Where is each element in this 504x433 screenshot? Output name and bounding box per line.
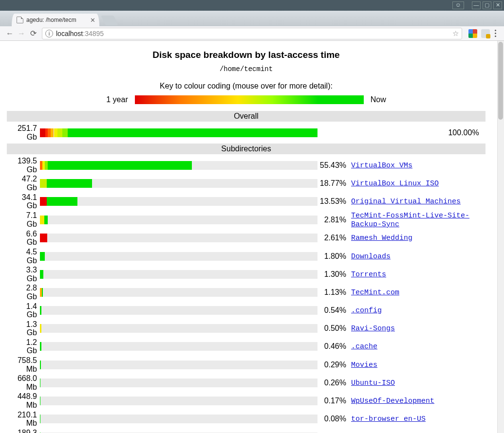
row-percent: 0.50% bbox=[317, 320, 349, 338]
row-size: 3.3Gb bbox=[7, 265, 40, 283]
row-link[interactable]: .config bbox=[351, 307, 382, 315]
row-bar[interactable] bbox=[40, 397, 317, 405]
row-percent: 13.53% bbox=[317, 193, 349, 211]
current-path: /home/tecmint bbox=[7, 65, 485, 73]
row-percent: 0.54% bbox=[317, 302, 349, 320]
row-link[interactable]: Ramesh Wedding bbox=[351, 234, 412, 242]
browser-tab[interactable]: agedu: /home/tecm ✕ bbox=[12, 14, 99, 26]
row-size: 1.4Gb bbox=[7, 302, 40, 320]
row-bar[interactable] bbox=[40, 161, 317, 170]
user-icon[interactable]: ☺ bbox=[452, 1, 464, 9]
row-percent: 18.77% bbox=[317, 174, 349, 192]
table-row: 4.5Gb1.80%Downloads bbox=[7, 247, 485, 265]
color-key-right-label: Now bbox=[371, 95, 386, 104]
row-percent: 55.43% bbox=[317, 156, 349, 174]
row-percent: 0.08% bbox=[317, 410, 349, 428]
page-content: Disk space breakdown by last-access time… bbox=[0, 41, 497, 433]
row-bar[interactable] bbox=[40, 179, 317, 188]
row-percent: 2.81% bbox=[317, 211, 349, 229]
row-bar[interactable] bbox=[40, 270, 317, 279]
row-bar[interactable] bbox=[40, 234, 317, 242]
color-gradient-bar[interactable] bbox=[135, 95, 364, 104]
close-window-button[interactable]: ✕ bbox=[493, 1, 502, 9]
row-size: 139.5Gb bbox=[7, 156, 40, 174]
row-percent: 0.46% bbox=[317, 338, 349, 356]
overall-bar[interactable] bbox=[40, 128, 317, 137]
tab-strip: agedu: /home/tecm ✕ bbox=[0, 11, 504, 26]
row-bar[interactable] bbox=[40, 415, 317, 423]
scrollbar[interactable] bbox=[497, 41, 504, 433]
overall-section-header: Overall bbox=[7, 111, 485, 122]
row-link[interactable]: Torrents bbox=[351, 271, 386, 279]
row-size: 4.5Gb bbox=[7, 247, 40, 265]
scrollbar-thumb[interactable] bbox=[498, 42, 503, 120]
row-size: 34.1Gb bbox=[7, 193, 40, 211]
row-percent: 0.17% bbox=[317, 392, 349, 410]
table-row: 1.3Gb0.50%Ravi-Songs bbox=[7, 320, 485, 338]
row-size: 1.3Gb bbox=[7, 320, 40, 338]
table-row: 139.5Gb55.43%VirtualBox VMs bbox=[7, 156, 485, 174]
color-key-left-label: 1 year bbox=[106, 95, 128, 104]
page-title: Disk space breakdown by last-access time bbox=[7, 50, 485, 60]
bookmark-star-icon[interactable]: ☆ bbox=[452, 29, 459, 38]
extension-icon-puzzle[interactable] bbox=[481, 29, 490, 38]
back-button[interactable]: ← bbox=[4, 28, 16, 39]
new-tab-button[interactable] bbox=[101, 16, 118, 25]
row-size: 47.2Gb bbox=[7, 174, 40, 192]
row-size: 189.3Mb bbox=[7, 428, 40, 433]
address-bar[interactable]: i localhost :34895 ☆ bbox=[42, 28, 462, 39]
reload-button[interactable]: ⟳ bbox=[27, 28, 39, 39]
row-percent: 1.30% bbox=[317, 265, 349, 283]
table-row: 1.2Gb0.46%.cache bbox=[7, 338, 485, 356]
browser-menu-button[interactable] bbox=[490, 28, 500, 39]
row-link[interactable]: TecMint.com bbox=[351, 289, 399, 297]
row-link[interactable]: Ubuntu-ISO bbox=[351, 379, 395, 387]
row-bar[interactable] bbox=[40, 342, 317, 351]
row-link[interactable]: Downloads bbox=[351, 253, 391, 261]
row-size: 668.0Mb bbox=[7, 374, 40, 392]
row-size: 6.6Gb bbox=[7, 229, 40, 247]
row-size: 2.8Gb bbox=[7, 283, 40, 301]
row-link[interactable]: WpUseOf-Development bbox=[351, 397, 434, 405]
row-bar[interactable] bbox=[40, 379, 317, 387]
row-size: 7.1Gb bbox=[7, 211, 40, 229]
row-percent: 0.29% bbox=[317, 356, 349, 374]
table-row: 7.1Gb2.81%TecMint-FossMint-Live-Site-Bac… bbox=[7, 211, 485, 229]
row-bar[interactable] bbox=[40, 216, 317, 224]
color-key-row: 1 year Now bbox=[7, 95, 485, 104]
row-percent: 1.80% bbox=[317, 247, 349, 265]
forward-button[interactable]: → bbox=[16, 28, 27, 39]
row-link[interactable]: Movies bbox=[351, 361, 377, 369]
row-link[interactable]: VirtualBox Linux ISO bbox=[351, 180, 439, 188]
row-link[interactable]: .cache bbox=[351, 343, 377, 351]
maximize-button[interactable]: ▢ bbox=[483, 1, 491, 9]
row-bar[interactable] bbox=[40, 288, 317, 297]
row-bar[interactable] bbox=[40, 252, 317, 261]
row-size: 1.2Gb bbox=[7, 338, 40, 356]
color-key-caption: Key to colour coding (mouse over for mor… bbox=[7, 82, 485, 90]
row-link[interactable]: TecMint-FossMint-Live-Site-Backup-Sync bbox=[351, 212, 469, 229]
row-bar[interactable] bbox=[40, 324, 317, 333]
row-bar[interactable] bbox=[40, 361, 317, 369]
row-link[interactable]: Ravi-Songs bbox=[351, 325, 395, 333]
subdirectories-table: 139.5Gb55.43%VirtualBox VMs47.2Gb18.77%V… bbox=[7, 156, 485, 433]
page-icon bbox=[17, 17, 23, 23]
row-percent: 2.61% bbox=[317, 229, 349, 247]
tab-close-icon[interactable]: ✕ bbox=[90, 17, 95, 24]
table-row: 668.0Mb0.26%Ubuntu-ISO bbox=[7, 374, 485, 392]
subdirs-section-header: Subdirectories bbox=[7, 144, 485, 154]
row-bar[interactable] bbox=[40, 197, 317, 206]
overall-percent: 100.00% bbox=[448, 124, 482, 142]
row-link[interactable]: Original Virtual Machines bbox=[351, 198, 461, 206]
table-row: 758.5Mb0.29%Movies bbox=[7, 356, 485, 374]
row-percent: 0.26% bbox=[317, 374, 349, 392]
row-link[interactable]: tor-browser_en-US bbox=[351, 415, 426, 423]
minimize-button[interactable]: — bbox=[472, 1, 481, 9]
table-row: 6.6Gb2.61%Ramesh Wedding bbox=[7, 229, 485, 247]
table-row: 210.1Mb0.08%tor-browser_en-US bbox=[7, 410, 485, 428]
extension-icon-colorful[interactable] bbox=[468, 29, 478, 38]
row-link[interactable]: VirtualBox VMs bbox=[351, 162, 412, 170]
site-info-icon[interactable]: i bbox=[45, 30, 53, 37]
row-bar[interactable] bbox=[40, 306, 317, 315]
table-row: 448.9Mb0.17%WpUseOf-Development bbox=[7, 392, 485, 410]
